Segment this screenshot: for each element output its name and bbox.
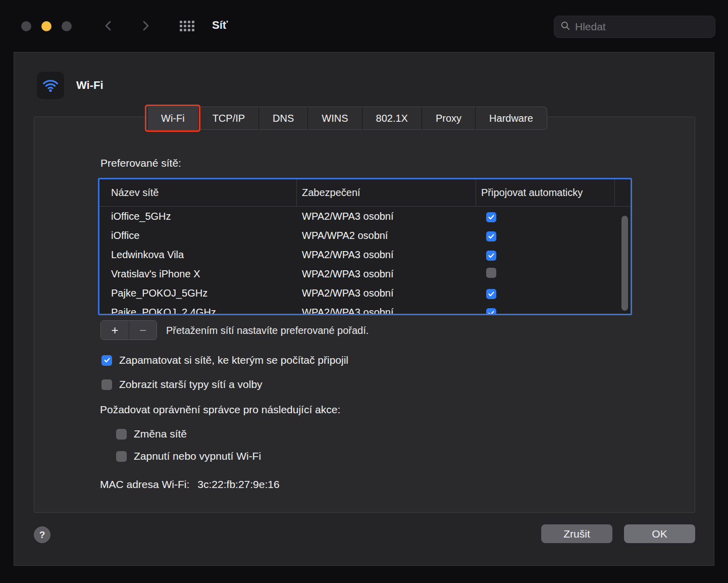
tab-bar: Wi-FiTCP/IPDNSWINS802.1XProxyHardware [147,107,547,130]
remove-network-button[interactable]: − [129,321,157,339]
admin-toggle-wifi-label: Zapnutí nebo vypnutí Wi-Fi [134,450,261,462]
tab-wins[interactable]: WINS [307,107,361,130]
auto-join-checkbox[interactable] [486,308,496,316]
auto-join-checkbox[interactable] [486,268,496,278]
wifi-settings-group: Preferované sítě: Název sítě Zabezpečení… [34,117,695,513]
network-name: Pajke_POKOJ_2.4GHz [99,307,297,316]
option-remember-networks: Zapamatovat si sítě, ke kterým se počíta… [101,354,348,366]
auto-join-checkbox[interactable] [486,212,496,222]
auto-join-checkbox[interactable] [486,289,496,299]
admin-toggle-wifi-checkbox[interactable] [116,451,127,462]
admin-permissions-heading: Požadovat oprávnění správce pro následuj… [100,404,340,416]
help-button[interactable]: ? [34,526,50,543]
table-row[interactable]: Pajke_POKOJ_5GHzWPA2/WPA3 osobní [99,283,631,303]
auto-join-cell [476,287,615,299]
remember-networks-checkbox[interactable] [101,355,112,366]
column-header-network-name: Název sítě [99,179,297,206]
table-row[interactable]: Pajke_POKOJ_2.4GHzWPA2/WPA3 osobní [99,303,631,315]
minimize-button[interactable] [41,21,51,31]
tab-wi-fi[interactable]: Wi-Fi [147,107,198,130]
network-security: WPA2/WPA3 osobní [297,249,476,261]
auto-join-cell [476,230,615,241]
auto-join-cell [476,249,615,261]
network-pane: Wi-Fi Wi-FiTCP/IPDNSWINS802.1XProxyHardw… [14,52,714,566]
forward-icon[interactable] [139,20,151,32]
table-row[interactable]: Ledwinkova VilaWPA2/WPA3 osobní [99,245,631,264]
network-name: Pajke_POKOJ_5GHz [99,287,297,299]
table-row[interactable]: Vratislav's iPhone XWPA2/WPA3 osobní [99,264,631,283]
table-row[interactable]: iOfficeWPA/WPA2 osobní [99,226,631,245]
preferred-networks-heading: Preferované sítě: [100,157,181,169]
mac-address-row: MAC adresa Wi-Fi:3c:22:fb:27:9e:16 [100,478,280,491]
auto-join-checkbox[interactable] [486,231,496,241]
admin-change-network-label: Změna sítě [134,428,187,440]
option-legacy-networks: Zobrazit starší typy sítí a volby [101,378,263,391]
ok-button[interactable]: OK [624,524,695,543]
network-security: WPA2/WPA3 osobní [297,211,476,222]
tab-dns[interactable]: DNS [258,107,307,130]
auto-join-cell [476,268,615,280]
network-settings-window: Síť Wi-Fi Wi-FiTCP/IPDNSWINS802.1XProxy [0,0,728,583]
mac-address-value: 3c:22:fb:27:9e:16 [197,478,279,490]
scrollbar-thumb[interactable] [621,216,628,311]
column-header-auto-join: Připojovat automaticky [476,179,615,206]
option-admin-toggle-wifi: Zapnutí nebo vypnutí Wi-Fi [116,450,261,462]
zoom-button[interactable] [62,21,72,31]
panel-header: Wi-Fi [37,72,103,99]
column-header-spacer [615,179,631,206]
network-table-rows: iOffice_5GHzWPA2/WPA3 osobníiOfficeWPA/W… [99,207,631,315]
network-security: WPA2/WPA3 osobní [297,307,476,316]
network-name: Ledwinkova Vila [99,249,297,261]
network-name: iOffice_5GHz [99,211,297,222]
legacy-networks-label: Zobrazit starší typy sítí a volby [119,378,263,391]
tab-802-1x[interactable]: 802.1X [362,107,422,130]
network-security: WPA2/WPA3 osobní [297,268,476,280]
auto-join-cell [476,211,615,222]
network-security: WPA/WPA2 osobní [297,230,476,241]
network-name: iOffice [99,230,297,241]
reorder-hint: Přetažením sítí nastavíte preferované po… [166,325,369,336]
close-button[interactable] [21,21,31,31]
titlebar: Síť [0,0,728,52]
window-title: Síť [212,19,228,32]
search-field[interactable] [554,16,715,38]
tab-hardware[interactable]: Hardware [475,107,547,130]
option-admin-change-network: Změna sítě [116,428,187,440]
column-header-security: Zabezpečení [297,179,476,206]
tab-proxy[interactable]: Proxy [422,107,475,130]
network-security: WPA2/WPA3 osobní [297,287,476,299]
search-icon [560,21,570,33]
table-header: Název sítě Zabezpečení Připojovat automa… [99,179,631,207]
page-title: Wi-Fi [76,79,103,92]
show-all-grid-icon[interactable] [180,21,194,31]
remember-networks-label: Zapamatovat si sítě, ke kterým se počíta… [119,354,348,366]
preferred-networks-table: Název sítě Zabezpečení Připojovat automa… [98,178,632,315]
tab-tcp-ip[interactable]: TCP/IP [198,107,258,130]
list-edit-controls: + − [100,320,157,340]
legacy-networks-checkbox[interactable] [101,379,112,390]
auto-join-checkbox[interactable] [486,251,496,261]
table-row[interactable]: iOffice_5GHzWPA2/WPA3 osobní [99,207,631,226]
back-icon[interactable] [102,20,115,32]
admin-change-network-checkbox[interactable] [116,429,127,440]
auto-join-cell [476,307,615,316]
add-network-button[interactable]: + [101,321,129,339]
network-name: Vratislav's iPhone X [99,268,297,280]
cancel-button[interactable]: Zrušit [541,524,612,543]
search-input[interactable] [575,21,712,33]
wifi-icon [37,72,64,99]
mac-address-label: MAC adresa Wi-Fi: [100,478,189,490]
